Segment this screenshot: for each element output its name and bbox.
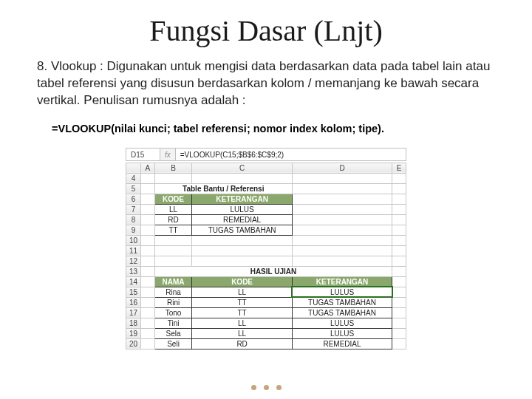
ref-cell: REMEDIAL xyxy=(192,214,292,225)
description-text: 8. Vlookup : Digunakan untuk mengisi dat… xyxy=(37,58,491,109)
ref-cell: RD xyxy=(154,214,192,225)
sheet-row: 13HASIL UJIAN xyxy=(126,266,406,276)
result-cell: Tono xyxy=(154,307,192,318)
sheet-row: 6KODEKETERANGAN xyxy=(126,194,406,204)
result-cell: TUGAS TAMBAHAN xyxy=(292,297,392,307)
result-cell: Sela xyxy=(154,328,192,338)
result-header-nama: NAMA xyxy=(154,276,192,287)
result-cell: LL xyxy=(192,328,292,338)
col-B: B xyxy=(154,163,192,173)
row-header: 4 xyxy=(126,173,141,183)
sheet-row: 17TonoTTTUGAS TAMBAHAN xyxy=(126,307,406,318)
sheet-row: 10 xyxy=(126,235,406,245)
fx-icon: fx xyxy=(160,149,176,160)
result-cell: LULUS xyxy=(292,328,392,338)
result-cell: LULUS xyxy=(292,318,392,328)
ref-cell: LULUS xyxy=(192,204,292,214)
result-header-keterangan: KETERANGAN xyxy=(292,276,392,287)
row-header: 11 xyxy=(126,245,141,256)
excel-screenshot: D15 fx =VLOOKUP(C15;$B$6:$C$9;2) A B C D… xyxy=(126,148,406,349)
slide-title: Fungsi Dasar (Lnjt) xyxy=(0,13,532,48)
sheet-row: 19SelaLLLULUS xyxy=(126,328,406,338)
pager-dot xyxy=(264,385,269,390)
sheet-row: 18TiniLLLULUS xyxy=(126,318,406,328)
result-cell: REMEDIAL xyxy=(292,338,392,349)
reference-section-title: Table Bantu / Referensi xyxy=(154,183,292,194)
spreadsheet-grid: A B C D E 45Table Bantu / Referensi6KODE… xyxy=(126,163,406,349)
column-headers: A B C D E xyxy=(126,163,406,173)
corner-cell xyxy=(126,163,141,173)
sheet-row: 5Table Bantu / Referensi xyxy=(126,183,406,194)
formula-bar: D15 fx =VLOOKUP(C15;$B$6:$C$9;2) xyxy=(126,148,406,161)
result-cell: Tini xyxy=(154,318,192,328)
ref-header-keterangan: KETERANGAN xyxy=(192,194,292,204)
result-cell: LL xyxy=(192,287,292,297)
sheet-row: 8RDREMEDIAL xyxy=(126,214,406,225)
sheet-row: 15RinaLLLULUS xyxy=(126,287,406,297)
slide-pager xyxy=(0,385,532,390)
sheet-row: 7LLLULUS xyxy=(126,204,406,214)
col-D: D xyxy=(292,163,392,173)
sheet-row: 12 xyxy=(126,256,406,266)
name-box: D15 xyxy=(126,149,160,160)
result-cell: LL xyxy=(192,318,292,328)
col-C: C xyxy=(192,163,292,173)
row-header: 12 xyxy=(126,256,141,266)
result-header-kode: KODE xyxy=(192,276,292,287)
sheet-row: 9TTTUGAS TAMBAHAN xyxy=(126,225,406,235)
sheet-row: 14NAMAKODEKETERANGAN xyxy=(126,276,406,287)
formula-bar-text: =VLOOKUP(C15;$B$6:$C$9;2) xyxy=(176,149,406,160)
col-E: E xyxy=(392,163,406,173)
row-header: 10 xyxy=(126,235,141,245)
result-section-title: HASIL UJIAN xyxy=(154,266,392,276)
sheet-row: 20SeliRDREMEDIAL xyxy=(126,338,406,349)
ref-header-kode: KODE xyxy=(154,194,192,204)
sheet-row: 11 xyxy=(126,245,406,256)
result-cell: TT xyxy=(192,307,292,318)
result-cell: TT xyxy=(192,297,292,307)
result-cell: Rina xyxy=(154,287,192,297)
result-cell: TUGAS TAMBAHAN xyxy=(292,307,392,318)
sheet-row: 4 xyxy=(126,173,406,183)
ref-cell: LL xyxy=(154,204,192,214)
result-cell: RD xyxy=(192,338,292,349)
pager-dot xyxy=(276,385,282,390)
col-A: A xyxy=(141,163,155,173)
result-cell: LULUS xyxy=(292,287,392,297)
sheet-row: 16RiniTTTUGAS TAMBAHAN xyxy=(126,297,406,307)
result-cell: Seli xyxy=(154,338,192,349)
ref-cell: TT xyxy=(154,225,192,235)
pager-dot xyxy=(251,385,256,390)
ref-cell: TUGAS TAMBAHAN xyxy=(192,225,292,235)
result-cell: Rini xyxy=(154,297,192,307)
formula-syntax: =VLOOKUP(nilai kunci; tabel referensi; n… xyxy=(52,123,532,134)
